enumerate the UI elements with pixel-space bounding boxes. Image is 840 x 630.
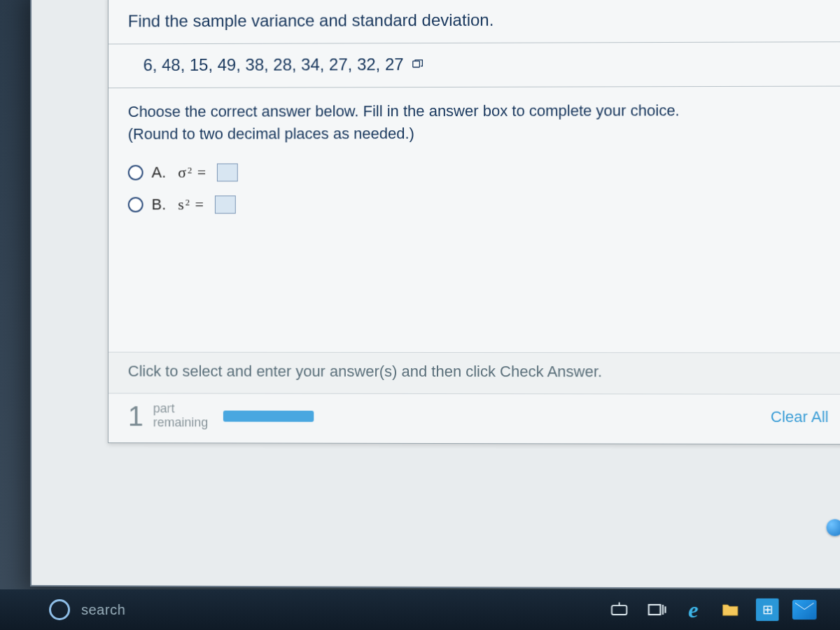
radio-a[interactable] [128, 164, 144, 180]
svg-rect-1 [612, 606, 626, 615]
copy-icon[interactable] [411, 59, 425, 70]
hint-text: Click to select and enter your answer(s)… [108, 351, 840, 394]
edge-browser-icon[interactable]: e [678, 594, 709, 625]
microsoft-store-icon[interactable]: ⊞ [752, 594, 783, 625]
data-set-values: 6, 48, 15, 49, 38, 28, 34, 27, 32, 27 [144, 55, 404, 75]
progress-fill [223, 410, 314, 421]
sigma-symbol: σ [178, 163, 186, 181]
radio-b[interactable] [128, 197, 144, 212]
instruction-line-2: (Round to two decimal places as needed.) [128, 122, 832, 146]
question-prompt: Find the sample variance and standard de… [108, 0, 840, 44]
progress-bar [223, 410, 314, 421]
choice-a-formula: σ2 = [178, 163, 206, 181]
parts-remaining-label: part remaining [153, 402, 209, 430]
taskbar-search-hint[interactable]: search [81, 601, 125, 617]
store-grid-icon: ⊞ [762, 602, 773, 617]
progress-row: 1 part remaining Clear All [108, 393, 840, 444]
task-view-icon[interactable] [640, 594, 672, 625]
instructions: Choose the correct answer below. Fill in… [108, 87, 840, 150]
choice-b[interactable]: B. s2 = [128, 188, 832, 220]
file-explorer-icon[interactable] [715, 594, 746, 625]
instruction-line-1: Choose the correct answer below. Fill in… [128, 99, 832, 123]
mail-icon[interactable] [789, 594, 820, 625]
choice-b-label: B. [152, 195, 170, 214]
choice-a[interactable]: A. σ2 = [128, 155, 832, 188]
svg-rect-0 [412, 61, 419, 67]
answer-input-b[interactable] [215, 195, 236, 214]
answer-input-a[interactable] [217, 163, 238, 181]
svg-rect-3 [649, 605, 661, 615]
parts-remaining-count: 1 [128, 402, 144, 430]
floating-help-icon[interactable] [827, 519, 840, 536]
cortana-icon[interactable] [49, 599, 70, 620]
question-card: Find the sample variance and standard de… [108, 0, 840, 444]
keyboard-icon[interactable] [603, 594, 635, 625]
choice-b-formula: s2 = [178, 195, 204, 214]
clear-all-button[interactable]: Clear All [771, 407, 832, 426]
part-label: part [153, 402, 209, 416]
choice-a-label: A. [152, 163, 170, 181]
s-symbol: s [178, 195, 184, 214]
data-set-row: 6, 48, 15, 49, 38, 28, 34, 27, 32, 27 [108, 42, 840, 88]
screen-frame: Find the sample variance and standard de… [30, 0, 840, 589]
remaining-label: remaining [153, 416, 209, 430]
windows-taskbar: search e ⊞ [0, 589, 840, 630]
spacer [108, 239, 840, 352]
choices-group: A. σ2 = B. s2 = [108, 148, 840, 240]
